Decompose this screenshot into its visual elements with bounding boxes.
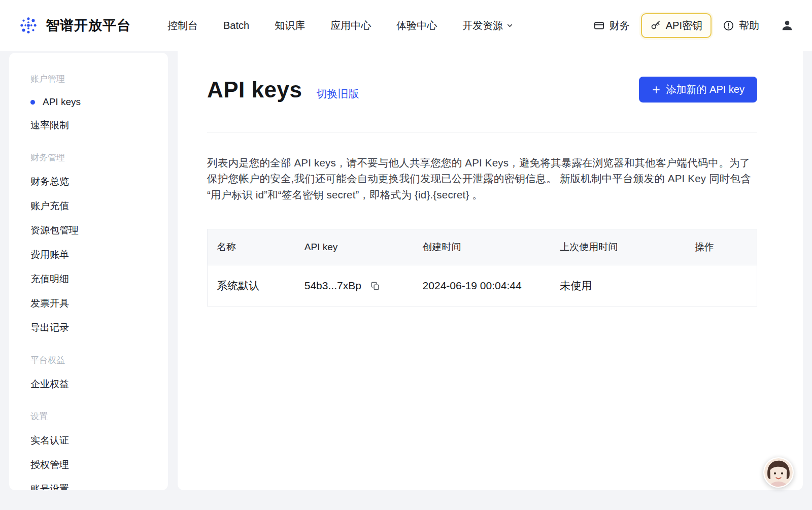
sidebar-item-recharge-details[interactable]: 充值明细 bbox=[30, 267, 156, 291]
sidebar-item-recharge[interactable]: 账户充值 bbox=[30, 194, 156, 218]
sidebar-section-account: 账户管理 bbox=[30, 73, 156, 85]
api-key-label: API密钥 bbox=[666, 19, 702, 32]
sidebar-section-finance: 财务管理 bbox=[30, 152, 156, 163]
sidebar-item-label: 实名认证 bbox=[30, 434, 69, 447]
plus-icon bbox=[652, 85, 661, 94]
finance-label: 财务 bbox=[610, 19, 630, 32]
switch-old-version-link[interactable]: 切换旧版 bbox=[316, 87, 359, 101]
add-api-key-button[interactable]: 添加新的 API key bbox=[639, 77, 757, 103]
main-panel: API keys 切换旧版 添加新的 API key 列表内是您的全部 API … bbox=[178, 43, 803, 490]
copy-icon[interactable] bbox=[370, 281, 380, 291]
sidebar-section-platform-benefits: 平台权益 bbox=[30, 354, 156, 366]
sidebar-item-resource-packages[interactable]: 资源包管理 bbox=[30, 218, 156, 243]
brand-name: 智谱开放平台 bbox=[46, 16, 131, 35]
key-icon bbox=[650, 20, 661, 31]
finance-link[interactable]: 财务 bbox=[587, 14, 636, 38]
sidebar: 账户管理 API keys 速率限制 财务管理 财务总览 账户充值 资源包管理 … bbox=[9, 53, 168, 490]
cell-actions bbox=[686, 265, 757, 307]
col-header-last-used: 上次使用时间 bbox=[551, 229, 685, 265]
sidebar-item-label: 导出记录 bbox=[30, 321, 69, 334]
nav-item-dev-resources-label: 开发资源 bbox=[462, 19, 503, 32]
api-keys-table: 名称 API key 创建时间 上次使用时间 操作 系统默认 54b3...7x… bbox=[207, 229, 757, 307]
user-icon[interactable] bbox=[781, 19, 794, 32]
brand-logo-icon bbox=[18, 15, 39, 36]
nav-item-experience[interactable]: 体验中心 bbox=[396, 19, 437, 32]
active-dot bbox=[30, 100, 35, 105]
sidebar-item-real-name-auth[interactable]: 实名认证 bbox=[30, 428, 156, 453]
help-link[interactable]: 帮助 bbox=[717, 14, 765, 38]
brand[interactable]: 智谱开放平台 bbox=[18, 15, 131, 36]
wallet-icon bbox=[593, 20, 605, 31]
sidebar-item-label: 授权管理 bbox=[30, 458, 69, 471]
sidebar-item-invoices[interactable]: 发票开具 bbox=[30, 291, 156, 316]
sidebar-item-bills[interactable]: 费用账单 bbox=[30, 243, 156, 267]
table-header-row: 名称 API key 创建时间 上次使用时间 操作 bbox=[208, 229, 757, 265]
sidebar-item-export-records[interactable]: 导出记录 bbox=[30, 316, 156, 340]
page-title: API keys bbox=[207, 77, 302, 103]
sidebar-item-label: 资源包管理 bbox=[30, 224, 79, 237]
cell-created-time: 2024-06-19 00:04:44 bbox=[414, 265, 551, 307]
sidebar-item-label: 财务总览 bbox=[30, 175, 69, 188]
sidebar-item-account-settings[interactable]: 账号设置 bbox=[30, 477, 156, 490]
help-circle-icon bbox=[723, 20, 734, 31]
nav-item-knowledge[interactable]: 知识库 bbox=[275, 19, 305, 32]
nav-item-batch[interactable]: Batch bbox=[223, 20, 249, 31]
sidebar-item-label: 账户充值 bbox=[30, 199, 69, 213]
nav-item-dev-resources[interactable]: 开发资源 bbox=[462, 19, 514, 32]
sidebar-item-label: 企业权益 bbox=[30, 378, 69, 391]
cell-key-value: 54b3...7xBp bbox=[304, 280, 361, 292]
assistant-avatar[interactable] bbox=[763, 457, 794, 488]
col-header-api-key: API key bbox=[295, 229, 414, 265]
chevron-down-icon bbox=[506, 22, 514, 29]
sidebar-item-authorization[interactable]: 授权管理 bbox=[30, 453, 156, 477]
nav-item-console[interactable]: 控制台 bbox=[167, 19, 198, 32]
add-api-key-label: 添加新的 API key bbox=[666, 83, 745, 96]
cell-key-name: 系统默认 bbox=[208, 265, 295, 307]
sidebar-item-finance-overview[interactable]: 财务总览 bbox=[30, 169, 156, 194]
primary-nav: 控制台 Batch 知识库 应用中心 体验中心 开发资源 bbox=[167, 19, 514, 32]
nav-item-app-center[interactable]: 应用中心 bbox=[330, 19, 371, 32]
title-divider bbox=[207, 132, 757, 132]
sidebar-item-label: 速率限制 bbox=[30, 119, 69, 132]
sidebar-item-enterprise-benefits[interactable]: 企业权益 bbox=[30, 372, 156, 396]
sidebar-item-api-keys[interactable]: API keys bbox=[30, 91, 156, 113]
table-row: 系统默认 54b3...7xBp 2024-06-19 00:04:44 未使用 bbox=[208, 265, 757, 307]
sidebar-item-label: 发票开具 bbox=[30, 297, 69, 310]
col-header-created: 创建时间 bbox=[414, 229, 551, 265]
sidebar-section-settings: 设置 bbox=[30, 411, 156, 422]
api-keys-description: 列表内是您的全部 API keys，请不要与他人共享您您的 API Keys，避… bbox=[207, 155, 757, 202]
help-label: 帮助 bbox=[739, 19, 759, 32]
col-header-actions: 操作 bbox=[686, 229, 757, 265]
sidebar-item-label: 账号设置 bbox=[30, 483, 69, 490]
sidebar-item-rate-limit[interactable]: 速率限制 bbox=[30, 113, 156, 138]
sidebar-item-label: 充值明细 bbox=[30, 273, 69, 286]
sidebar-item-label: 费用账单 bbox=[30, 248, 69, 261]
col-header-name: 名称 bbox=[208, 229, 295, 265]
sidebar-item-label: API keys bbox=[43, 96, 81, 108]
api-key-nav-link[interactable]: API密钥 bbox=[641, 13, 712, 38]
header-right-group: 财务 API密钥 帮助 bbox=[587, 13, 794, 38]
cell-last-used: 未使用 bbox=[551, 265, 685, 307]
